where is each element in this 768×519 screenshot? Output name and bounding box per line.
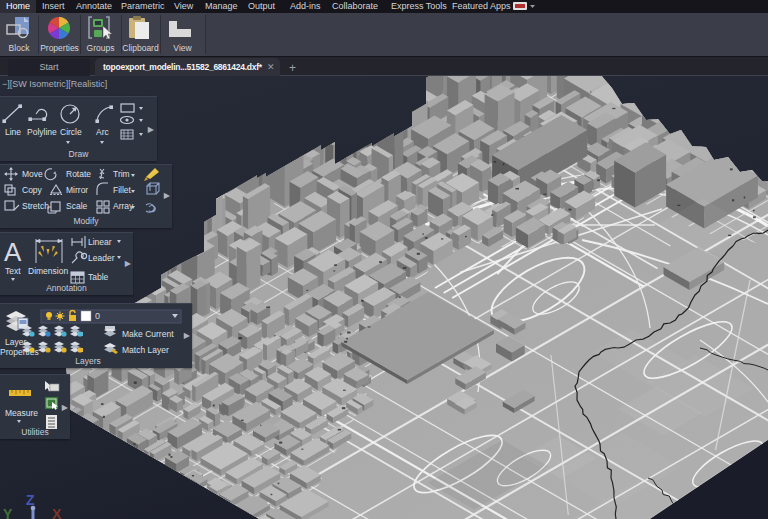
svg-text:Z: Z [26, 492, 35, 508]
svg-text:Text: Text [5, 266, 21, 276]
svg-text:Trim: Trim [113, 169, 130, 179]
svg-text:Dimension: Dimension [28, 266, 68, 276]
svg-text:Line: Line [5, 127, 21, 137]
svg-text:Fillet: Fillet [113, 185, 132, 195]
svg-text:Circle: Circle [60, 127, 82, 137]
svg-text:Arc: Arc [96, 127, 110, 137]
svg-text:0: 0 [95, 311, 100, 321]
svg-text:A: A [4, 237, 22, 267]
svg-text:Mirror: Mirror [66, 185, 88, 195]
svg-text:Make Current: Make Current [122, 329, 174, 339]
svg-text:Layer: Layer [5, 337, 26, 347]
svg-text:Linear: Linear [88, 237, 112, 247]
svg-text:Table: Table [88, 272, 109, 282]
svg-text:Measure: Measure [5, 408, 38, 418]
svg-text:Leader: Leader [88, 253, 115, 263]
svg-text:Stretch: Stretch [22, 201, 49, 211]
svg-text:Polyline: Polyline [27, 127, 57, 137]
svg-text:Scale: Scale [66, 201, 88, 211]
svg-text:Copy: Copy [22, 185, 43, 195]
svg-text:Match Layer: Match Layer [122, 345, 169, 355]
svg-text:Move: Move [22, 169, 43, 179]
svg-text:Array: Array [113, 201, 134, 211]
svg-text:X: X [52, 506, 62, 519]
svg-text:Rotate: Rotate [66, 169, 91, 179]
svg-text:Y: Y [3, 506, 13, 519]
